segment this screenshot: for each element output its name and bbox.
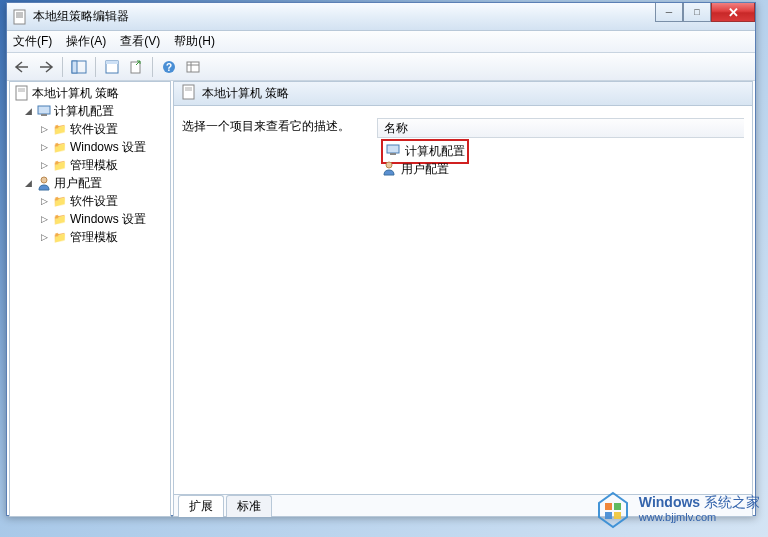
collapse-icon[interactable]: ◢ [22,177,34,189]
maximize-button[interactable]: □ [683,3,711,22]
svg-rect-18 [41,114,47,116]
content-area: 本地计算机 策略 ◢ 计算机配置 ▷ 📁 软件设置 ▷ 📁 Windows 设置 [7,81,755,517]
list-item-label: 用户配置 [401,161,449,178]
expand-icon[interactable]: ▷ [38,213,50,225]
user-icon [36,175,52,191]
folder-icon: 📁 [52,121,68,137]
close-button[interactable]: ✕ [711,3,755,22]
toolbar-separator [95,57,96,77]
details-header-title: 本地计算机 策略 [202,85,289,102]
folder-icon: 📁 [52,193,68,209]
folder-icon: 📁 [52,211,68,227]
folder-icon: 📁 [52,157,68,173]
column-header-name[interactable]: 名称 [377,118,744,138]
expand-icon[interactable]: ▷ [38,231,50,243]
show-hide-tree-button[interactable] [68,56,90,78]
svg-rect-14 [16,86,27,100]
tree-label: 本地计算机 策略 [32,85,119,102]
svg-point-25 [386,162,392,168]
tab-extended[interactable]: 扩展 [178,495,224,517]
user-icon [381,160,397,179]
tree-software-settings[interactable]: ▷ 📁 软件设置 [10,120,170,138]
expand-icon[interactable]: ▷ [38,141,50,153]
instruction-text: 选择一个项目来查看它的描述。 [182,119,350,133]
watermark-logo-icon [593,489,633,529]
svg-point-19 [41,177,47,183]
tree-label: 管理模板 [70,229,118,246]
filter-button[interactable] [182,56,204,78]
tree-label: Windows 设置 [70,211,146,228]
tree-admin-templates[interactable]: ▷ 📁 管理模板 [10,156,170,174]
column-label: 名称 [384,120,408,137]
tree-windows-settings-user[interactable]: ▷ 📁 Windows 设置 [10,210,170,228]
document-icon [14,85,30,101]
tree-label: 管理模板 [70,157,118,174]
help-button[interactable]: ? [158,56,180,78]
svg-rect-5 [72,61,77,73]
details-panel: 本地计算机 策略 选择一个项目来查看它的描述。 名称 计算机配置 [173,81,753,517]
list-item-user-config[interactable]: 用户配置 [377,160,744,178]
tree-panel[interactable]: 本地计算机 策略 ◢ 计算机配置 ▷ 📁 软件设置 ▷ 📁 Windows 设置 [9,81,171,517]
tree-admin-templates-user[interactable]: ▷ 📁 管理模板 [10,228,170,246]
watermark: Windows 系统之家 www.bjjmlv.com [593,489,760,529]
toolbar-separator [62,57,63,77]
app-icon [13,9,29,25]
tree-root-item[interactable]: 本地计算机 策略 [10,84,170,102]
expand-icon[interactable]: ▷ [38,123,50,135]
tree-label: 软件设置 [70,121,118,138]
details-body: 选择一个项目来查看它的描述。 名称 计算机配置 用户配置 [174,106,752,494]
tree-user-config[interactable]: ◢ 用户配置 [10,174,170,192]
menu-help[interactable]: 帮助(H) [174,33,215,50]
tab-standard[interactable]: 标准 [226,495,272,517]
tree-label: 用户配置 [54,175,102,192]
folder-icon: 📁 [52,139,68,155]
svg-text:?: ? [166,62,172,73]
menubar: 文件(F) 操作(A) 查看(V) 帮助(H) [7,31,755,53]
tree-label: Windows 设置 [70,139,146,156]
description-pane: 选择一个项目来查看它的描述。 [182,118,377,486]
list-item-computer-config[interactable]: 计算机配置 [377,142,744,160]
tree-label: 软件设置 [70,193,118,210]
svg-rect-11 [187,62,199,72]
forward-button[interactable] [35,56,57,78]
export-button[interactable] [125,56,147,78]
tree-root-container: 本地计算机 策略 ◢ 计算机配置 ▷ 📁 软件设置 ▷ 📁 Windows 设置 [10,82,170,248]
app-window: 本地组策略编辑器 ─ □ ✕ 文件(F) 操作(A) 查看(V) 帮助(H) ?… [6,2,756,516]
expand-icon[interactable]: ▷ [38,159,50,171]
menu-view[interactable]: 查看(V) [120,33,160,50]
svg-rect-27 [614,503,621,510]
svg-rect-24 [390,153,396,155]
tree-label: 计算机配置 [54,103,114,120]
items-pane: 名称 计算机配置 用户配置 [377,118,744,486]
back-button[interactable] [11,56,33,78]
svg-rect-26 [605,503,612,510]
toolbar-separator [152,57,153,77]
list-item-label: 计算机配置 [405,143,465,160]
menu-action[interactable]: 操作(A) [66,33,106,50]
properties-button[interactable] [101,56,123,78]
computer-icon [36,103,52,119]
folder-icon: 📁 [52,229,68,245]
tree-computer-config[interactable]: ◢ 计算机配置 [10,102,170,120]
tree-windows-settings[interactable]: ▷ 📁 Windows 设置 [10,138,170,156]
titlebar: 本地组策略编辑器 ─ □ ✕ [7,3,755,31]
svg-rect-20 [183,85,194,99]
watermark-line2: www.bjjmlv.com [639,511,760,524]
watermark-text: Windows 系统之家 www.bjjmlv.com [639,494,760,524]
svg-rect-7 [106,61,118,64]
window-controls: ─ □ ✕ [655,3,755,22]
menu-file[interactable]: 文件(F) [13,33,52,50]
minimize-button[interactable]: ─ [655,3,683,22]
tree-software-settings-user[interactable]: ▷ 📁 软件设置 [10,192,170,210]
computer-icon [385,142,401,161]
document-icon [182,84,196,103]
svg-rect-28 [605,512,612,519]
tab-label: 扩展 [189,499,213,513]
svg-rect-29 [614,512,621,519]
details-header: 本地计算机 策略 [174,82,752,106]
expand-icon[interactable]: ▷ [38,195,50,207]
toolbar: ? [7,53,755,81]
collapse-icon[interactable]: ◢ [22,105,34,117]
window-title: 本地组策略编辑器 [33,8,129,25]
svg-rect-23 [387,145,399,153]
